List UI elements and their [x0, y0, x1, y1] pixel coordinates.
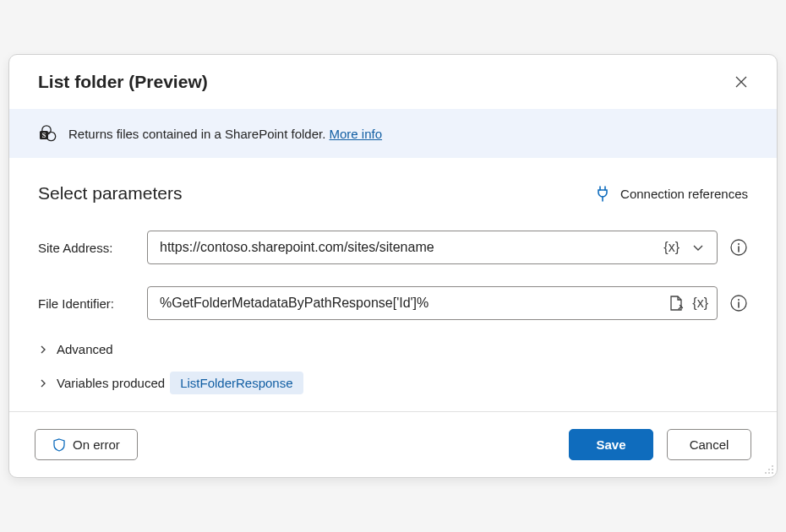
params-header: Select parameters Connection references: [38, 183, 748, 204]
close-button[interactable]: [729, 70, 753, 94]
file-identifier-input[interactable]: [160, 296, 662, 311]
svg-point-13: [772, 472, 773, 474]
site-address-dropdown-button[interactable]: [686, 237, 710, 258]
site-address-variable-button[interactable]: {x}: [662, 236, 681, 258]
banner-text-wrap: Returns files contained in a SharePoint …: [68, 127, 382, 141]
file-identifier-variable-button[interactable]: {x}: [690, 292, 710, 314]
dialog-body: Select parameters Connection references …: [9, 158, 777, 411]
info-icon: [729, 294, 748, 312]
plug-icon: [595, 185, 610, 202]
chevron-right-icon: [38, 345, 48, 355]
info-icon: [729, 238, 748, 257]
connection-references-label: Connection references: [620, 187, 748, 201]
svg-point-11: [765, 472, 767, 474]
svg-point-5: [738, 243, 740, 245]
save-button[interactable]: Save: [569, 429, 653, 460]
site-address-input[interactable]: [160, 240, 657, 255]
sharepoint-icon: S: [38, 124, 57, 143]
variables-produced-label: Variables produced: [57, 376, 165, 390]
produced-variable-tag[interactable]: ListFolderResponse: [170, 372, 303, 394]
svg-point-9: [768, 469, 770, 470]
chevron-right-icon: [38, 378, 48, 388]
chevron-down-icon: [691, 241, 705, 254]
file-picker-icon: [669, 295, 684, 312]
variables-produced-row: Variables produced ListFolderResponse: [38, 372, 748, 394]
site-address-info-button[interactable]: [729, 238, 748, 257]
cancel-button[interactable]: Cancel: [667, 429, 751, 460]
file-identifier-info-button[interactable]: [729, 294, 748, 312]
field-site-address: Site Address: {x}: [38, 231, 748, 264]
svg-text:S: S: [42, 132, 46, 139]
svg-point-8: [772, 465, 773, 467]
more-info-link[interactable]: More info: [330, 127, 383, 141]
svg-point-7: [738, 299, 740, 301]
params-section-title: Select parameters: [38, 183, 182, 204]
dialog-header: List folder (Preview): [9, 55, 777, 109]
dialog-title: List folder (Preview): [38, 72, 208, 92]
on-error-button[interactable]: On error: [35, 429, 138, 460]
resize-handle-icon[interactable]: [762, 463, 774, 475]
advanced-label: Advanced: [57, 342, 113, 356]
svg-point-10: [772, 469, 773, 470]
dialog-footer: On error Save Cancel: [9, 411, 777, 477]
file-picker-button[interactable]: [667, 291, 685, 315]
on-error-label: On error: [73, 437, 120, 452]
advanced-expander[interactable]: Advanced: [38, 342, 113, 356]
dialog-list-folder: List folder (Preview) S Returns files co…: [8, 54, 778, 478]
shield-icon: [52, 438, 66, 452]
file-identifier-label: File Identifier:: [38, 296, 135, 311]
connection-references-link[interactable]: Connection references: [595, 185, 748, 202]
close-icon: [734, 75, 748, 89]
site-address-input-wrap: {x}: [147, 231, 718, 264]
banner-text: Returns files contained in a SharePoint …: [68, 127, 330, 141]
file-identifier-input-wrap: {x}: [147, 286, 718, 320]
field-file-identifier: File Identifier: {x}: [38, 286, 748, 320]
info-banner: S Returns files contained in a SharePoin…: [9, 109, 777, 158]
svg-point-12: [768, 472, 770, 474]
variables-produced-expander[interactable]: Variables produced: [38, 376, 165, 390]
site-address-label: Site Address:: [38, 241, 135, 255]
footer-right-group: Save Cancel: [569, 429, 751, 460]
